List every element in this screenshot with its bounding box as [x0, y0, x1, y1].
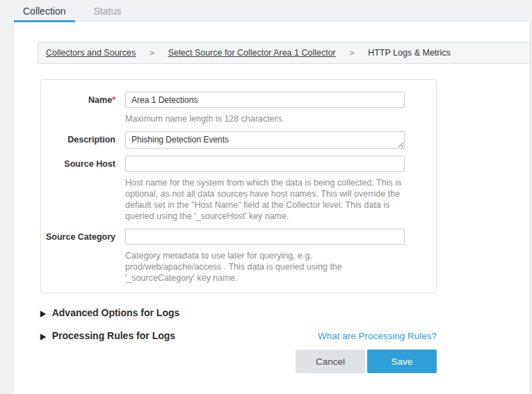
breadcrumb-collectors-and-sources[interactable]: Collectors and Sources — [46, 48, 136, 58]
source-category-helper-text: Category metadata to use later for query… — [125, 250, 405, 284]
breadcrumb: Collectors and Sources > Select Source f… — [38, 42, 530, 64]
processing-rules-row: ▶ Processing Rules for Logs What are Pro… — [40, 330, 437, 341]
breadcrumb-current-page: HTTP Logs & Metrics — [368, 48, 451, 58]
description-input[interactable]: Phishing Detection Events — [125, 131, 405, 149]
breadcrumb-separator: > — [150, 49, 154, 57]
name-label: Name* — [41, 92, 115, 124]
source-host-helper-text: Host name for the system from which the … — [125, 177, 405, 222]
source-host-label: Source Host — [41, 156, 115, 222]
name-row: Name* Maximum name length is 128 charact… — [41, 92, 436, 124]
form-actions: Cancel Save — [40, 350, 437, 373]
source-config-form: Name* Maximum name length is 128 charact… — [40, 79, 437, 293]
what-are-processing-rules-link[interactable]: What are Processing Rules? — [318, 331, 437, 341]
content-panel: Collectors and Sources > Select Source f… — [14, 22, 531, 394]
description-label: Description — [41, 131, 115, 149]
breadcrumb-separator: > — [350, 49, 354, 57]
name-label-text: Name — [88, 95, 112, 105]
description-row: Description Phishing Detection Events — [41, 131, 436, 149]
tab-collection[interactable]: Collection — [23, 6, 65, 17]
tab-bar: Collection Status — [0, 0, 532, 22]
processing-rules-label: Processing Rules for Logs — [52, 330, 175, 341]
name-helper-text: Maximum name length is 128 characters. — [125, 113, 405, 124]
save-button[interactable]: Save — [367, 350, 437, 373]
name-input[interactable] — [125, 92, 405, 108]
tab-status[interactable]: Status — [93, 6, 121, 17]
cancel-button[interactable]: Cancel — [296, 350, 365, 373]
processing-rules-toggle[interactable]: ▶ Processing Rules for Logs — [40, 330, 175, 341]
source-category-row: Source Category Category metadata to use… — [41, 229, 436, 284]
source-category-input[interactable] — [125, 229, 405, 245]
source-host-row: Source Host Host name for the system fro… — [41, 156, 436, 222]
required-indicator: * — [112, 95, 115, 105]
source-host-input[interactable] — [125, 156, 405, 172]
advanced-options-toggle[interactable]: ▶ Advanced Options for Logs — [40, 307, 437, 318]
source-category-label: Source Category — [41, 229, 115, 284]
collapsed-caret-icon: ▶ — [40, 331, 46, 340]
collapsed-caret-icon: ▶ — [40, 309, 46, 318]
breadcrumb-select-source[interactable]: Select Source for Collector Area 1 Colle… — [168, 48, 336, 58]
advanced-options-label: Advanced Options for Logs — [52, 307, 180, 318]
